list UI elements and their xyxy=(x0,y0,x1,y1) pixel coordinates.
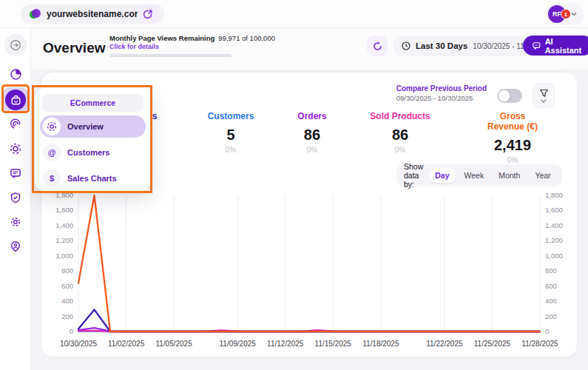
stat-orders: Orders 86 0% xyxy=(297,111,326,154)
open-site-button[interactable] xyxy=(138,4,158,24)
svg-text:1,800: 1,800 xyxy=(545,191,563,199)
avatar: RF 1 xyxy=(548,5,566,23)
stat-delta: 0% xyxy=(481,156,545,164)
refresh-button[interactable] xyxy=(367,36,388,56)
svg-text:11/25/2025: 11/25/2025 xyxy=(474,340,511,348)
show-data-by-year[interactable]: Year xyxy=(529,168,556,183)
stat-delta: 0% xyxy=(208,146,254,154)
sidebar-item-settings[interactable] xyxy=(4,211,27,233)
website-name: yourwebsitename.com xyxy=(47,9,142,19)
svg-text:11/28/2025: 11/28/2025 xyxy=(521,340,558,348)
stat-value: 86 xyxy=(370,127,430,144)
page-title: Overview xyxy=(43,40,106,56)
sidebar-item-messages[interactable] xyxy=(4,162,27,184)
svg-text:800: 800 xyxy=(545,266,557,275)
sidebar-expand-button[interactable] xyxy=(4,34,27,56)
chevron-down-icon xyxy=(541,99,547,103)
submenu-item-label: Sales Charts xyxy=(67,174,117,183)
svg-text:1,200: 1,200 xyxy=(55,236,73,244)
submenu-item-label: Customers xyxy=(67,148,109,157)
show-data-by-month[interactable]: Month xyxy=(493,168,526,183)
svg-text:1,600: 1,600 xyxy=(55,206,73,214)
svg-text:11/18/2025: 11/18/2025 xyxy=(362,340,399,348)
site-favicon xyxy=(30,9,41,20)
top-bar: yourwebsitename.com RF 1 xyxy=(0,0,588,28)
audience-target-icon xyxy=(10,143,21,155)
svg-text:11/02/2025: 11/02/2025 xyxy=(108,340,145,348)
show-data-by-week[interactable]: Week xyxy=(459,168,490,183)
stat-label: Customers xyxy=(208,111,254,121)
chevron-down-icon xyxy=(570,10,578,18)
shield-check-icon xyxy=(10,192,21,204)
period-label: Last 30 Days xyxy=(416,41,467,50)
settings-gear-icon xyxy=(10,216,21,228)
stat-value: 86 xyxy=(297,127,326,144)
svg-text:1,000: 1,000 xyxy=(55,252,73,260)
svg-text:1,400: 1,400 xyxy=(55,221,73,229)
svg-text:0: 0 xyxy=(70,327,73,335)
compare-toggle[interactable] xyxy=(497,89,522,103)
submenu-item-label: Overview xyxy=(67,122,104,131)
svg-text:11/22/2025: 11/22/2025 xyxy=(426,340,463,348)
stat-value: 2,419 xyxy=(481,137,545,154)
svg-text:11/15/2025: 11/15/2025 xyxy=(315,340,352,348)
filter-button[interactable] xyxy=(533,83,555,108)
sidebar-item-audience[interactable] xyxy=(4,138,27,160)
compare-previous-period: Compare Previous Period 09/30/2025 - 10/… xyxy=(396,84,487,102)
stat-customers: Customers 5 0% xyxy=(208,111,254,154)
sidebar xyxy=(0,28,31,370)
sidebar-item-engagement[interactable] xyxy=(4,113,27,135)
svg-text:800: 800 xyxy=(61,266,73,275)
stat-gross-revenue: Gross Revenue (€) 2,419 0% xyxy=(481,111,545,164)
stat-sold-products: Sold Products 86 0% xyxy=(370,111,430,154)
ai-assistant-button[interactable]: AI Assistant xyxy=(523,36,588,56)
at-sign-icon: @ xyxy=(43,144,61,161)
quota-details-link[interactable]: Click for details xyxy=(109,43,243,50)
chat-icon xyxy=(533,41,541,50)
account-menu[interactable]: RF 1 xyxy=(546,3,584,25)
submenu-item-overview[interactable]: Overview xyxy=(40,115,146,138)
ecommerce-submenu: ECommerce Overview @ Customers $ Sales C… xyxy=(35,88,151,191)
page-views-quota: Monthly Page Views Remaining 99,971 of 1… xyxy=(109,34,243,57)
stat-delta: 0% xyxy=(370,146,430,154)
show-data-by-day[interactable]: Day xyxy=(429,168,455,183)
sales-chart: 002002004004006006008008001,0001,0001,20… xyxy=(47,189,572,351)
stat-label: Gross Revenue (€) xyxy=(481,111,545,132)
svg-text:600: 600 xyxy=(545,282,557,290)
quota-progress-bar xyxy=(109,54,232,57)
show-data-by-label: Show data by: xyxy=(404,162,423,189)
stat-delta: 0% xyxy=(297,146,326,154)
dollar-icon: $ xyxy=(43,169,61,187)
submenu-title: ECommerce xyxy=(42,94,143,112)
show-data-by-group: Show data by: Day Week Month Year xyxy=(396,164,562,186)
svg-text:1,600: 1,600 xyxy=(545,206,563,214)
submenu-item-sales-charts[interactable]: $ Sales Charts xyxy=(40,167,146,189)
sidebar-item-analytics[interactable] xyxy=(4,63,27,85)
sidebar-item-ecommerce[interactable] xyxy=(3,87,28,112)
page-header: Overview Monthly Page Views Remaining 99… xyxy=(31,28,588,70)
svg-text:10/30/2025: 10/30/2025 xyxy=(60,340,97,348)
open-in-new-icon xyxy=(143,9,153,19)
svg-text:1,800: 1,800 xyxy=(55,191,73,199)
svg-text:200: 200 xyxy=(61,312,73,320)
compare-range: 09/30/2025 - 10/30/2025 xyxy=(396,94,487,102)
svg-text:400: 400 xyxy=(61,297,73,305)
svg-text:600: 600 xyxy=(61,282,73,290)
refresh-icon xyxy=(372,41,383,52)
shopping-bag-icon xyxy=(10,95,21,106)
submenu-item-customers[interactable]: @ Customers xyxy=(40,141,146,164)
svg-text:11/12/2025: 11/12/2025 xyxy=(267,340,304,348)
stat-value: 5 xyxy=(208,127,254,144)
svg-text:11/05/2025: 11/05/2025 xyxy=(155,340,192,348)
bullseye-icon xyxy=(43,118,61,135)
svg-text:1,000: 1,000 xyxy=(545,252,563,260)
engagement-signal-icon xyxy=(10,118,21,130)
sales-line-chart: 002002004004006006008008001,0001,0001,20… xyxy=(47,189,572,351)
sidebar-item-profile[interactable] xyxy=(4,235,27,258)
quota-value: 99,971 of 100,000 xyxy=(218,34,275,42)
expand-icon xyxy=(10,39,21,51)
filter-funnel-icon xyxy=(539,89,549,98)
clock-icon xyxy=(402,41,410,50)
ai-assistant-label: AI Assistant xyxy=(545,37,584,55)
sidebar-item-security[interactable] xyxy=(4,186,27,209)
